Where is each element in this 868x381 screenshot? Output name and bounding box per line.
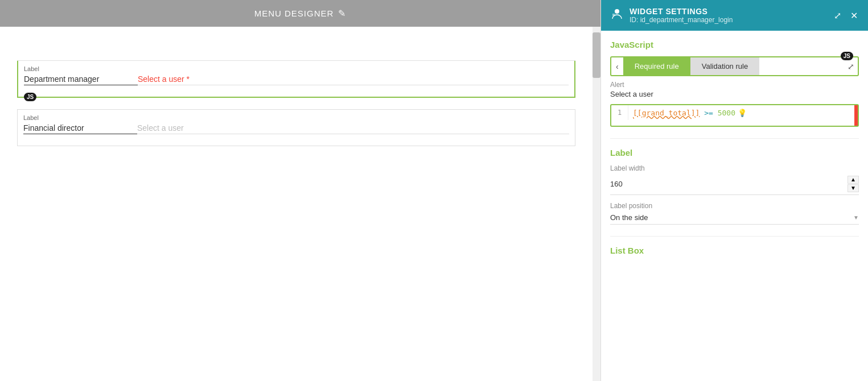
settings-person-icon — [610, 7, 624, 24]
js-tabs-container: JS ‹ Required rule Validation rule ⤢ — [610, 56, 859, 76]
tabs-header: ‹ Required rule Validation rule ⤢ — [611, 57, 858, 75]
list-box-section-title: List Box — [610, 246, 859, 255]
alert-value: Select a user — [610, 90, 859, 98]
stepper-up[interactable]: ▲ — [848, 176, 859, 184]
javascript-section-title: JavaScript — [610, 40, 859, 49]
alert-label: Alert — [610, 81, 859, 89]
scrollbar-thumb[interactable] — [593, 32, 600, 78]
menu-designer-header: MENU DESIGNER ✎ — [0, 0, 600, 27]
field-input-1: Select a user * — [138, 74, 569, 85]
field-input-2: Select a user — [137, 123, 569, 134]
code-content[interactable]: [[grand_total]] >= 5000💡 — [628, 105, 858, 121]
right-panel: WIDGET SETTINGS ID: id_department_manage… — [600, 0, 868, 381]
field-placeholder-2: Select a user — [137, 123, 184, 132]
settings-subtitle: ID: id_department_manager_login — [630, 16, 733, 24]
menu-designer-content: Label Department manager Select a user *… — [0, 27, 600, 381]
javascript-section: JavaScript JS ‹ Required rule Validation… — [610, 40, 859, 127]
scrollbar-track[interactable] — [593, 27, 600, 381]
code-num: 5000 — [718, 109, 735, 117]
widget-row-financial-director[interactable]: Label Financial director Select a user — [17, 109, 575, 146]
label-width-stepper[interactable]: ▲ ▼ — [848, 176, 859, 192]
label-width-number: 160 — [610, 180, 623, 188]
menu-designer-title: MENU DESIGNER — [254, 9, 334, 18]
label-width-group: Label width 160 ▲ ▼ — [610, 164, 859, 195]
divider-1 — [610, 138, 859, 139]
widget-row-department-manager[interactable]: Label Department manager Select a user *… — [17, 61, 575, 98]
code-editor[interactable]: 1 [[grand_total]] >= 5000💡 — [610, 104, 859, 127]
label-section-title: Label — [610, 148, 859, 158]
close-settings-button[interactable]: ✕ — [849, 9, 859, 22]
settings-title-text: WIDGET SETTINGS ID: id_department_manage… — [630, 7, 733, 24]
code-hint-icon: 💡 — [738, 109, 747, 117]
js-badge-row1: JS — [24, 93, 36, 101]
list-box-section: List Box — [610, 246, 859, 255]
widget-row-label-1: Label — [24, 65, 569, 72]
widget-fields-1: Department manager Select a user * — [24, 74, 569, 85]
tab-prev-button[interactable]: ‹ — [611, 59, 623, 74]
stepper-down[interactable]: ▼ — [848, 184, 859, 192]
widget-settings-header: WIDGET SETTINGS ID: id_department_manage… — [601, 0, 868, 31]
js-badge-tab: JS — [841, 52, 853, 60]
edit-icon[interactable]: ✎ — [338, 8, 346, 19]
settings-title: WIDGET SETTINGS — [630, 7, 733, 16]
dropdown-arrow-icon: ▼ — [853, 214, 859, 221]
expand-code-button[interactable]: ⤢ — [844, 59, 858, 74]
settings-actions: ⤢ ✕ — [833, 9, 859, 22]
tab-validation-rule-button[interactable]: Validation rule — [690, 57, 759, 75]
field-placeholder-required: Select a user * — [138, 74, 190, 84]
label-position-label: Label position — [610, 202, 859, 210]
label-position-value[interactable]: On the side ▼ — [610, 211, 859, 225]
code-op: >= — [700, 109, 717, 117]
label-width-value: 160 ▲ ▼ — [610, 173, 859, 195]
field-label-1: Department manager — [24, 74, 138, 85]
code-error-indicator — [854, 105, 858, 126]
label-position-group: Label position On the side ▼ — [610, 202, 859, 225]
field-label-2: Financial director — [23, 123, 137, 134]
expand-settings-button[interactable]: ⤢ — [833, 9, 842, 22]
widget-settings-title: WIDGET SETTINGS ID: id_department_manage… — [610, 7, 733, 24]
svg-point-0 — [615, 9, 619, 14]
left-panel: MENU DESIGNER ✎ Label Department manager… — [0, 0, 600, 381]
widget-fields-2: Financial director Select a user — [23, 123, 569, 134]
settings-body: JavaScript JS ‹ Required rule Validation… — [601, 31, 868, 271]
widget-row-label-2: Label — [23, 114, 569, 121]
label-position-text: On the side — [610, 213, 648, 222]
line-number: 1 — [611, 105, 628, 120]
code-var: [[grand_total]] — [633, 109, 700, 117]
divider-2 — [610, 236, 859, 237]
tab-required-rule-button[interactable]: Required rule — [623, 57, 690, 75]
label-width-label: Label width — [610, 164, 859, 172]
label-section: Label Label width 160 ▲ ▼ Label position — [610, 148, 859, 225]
